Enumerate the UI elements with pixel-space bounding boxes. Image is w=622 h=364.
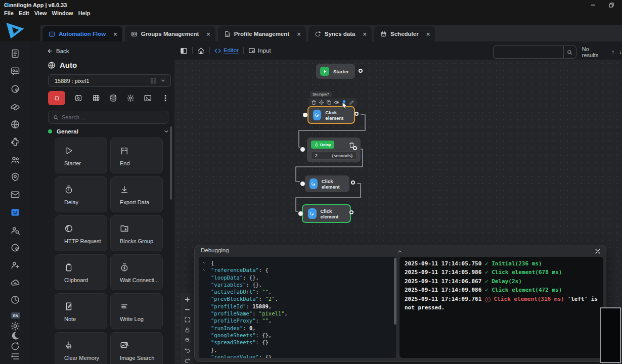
tab-automation-flow[interactable]: Automation Flow× [42,26,122,41]
edit-icon[interactable] [349,100,354,105]
table-button[interactable] [92,94,100,103]
delete-icon[interactable] [311,100,317,105]
output-port[interactable] [353,146,357,150]
settings-button[interactable] [126,94,135,103]
block-search[interactable] [48,111,168,124]
restore-button[interactable] [604,0,619,10]
input-port[interactable] [300,147,305,152]
sidebar-item-sync[interactable] [10,341,20,351]
tab-profile-management[interactable]: Profile Management× [218,26,306,41]
output-port[interactable] [359,69,363,73]
block-search-input[interactable] [62,114,153,120]
fold-chevron-icon[interactable] [202,261,206,265]
palette-block-wait-connecti-[interactable]: Wait Connecti... [110,254,163,290]
profile-select[interactable]: 15889 : pixel1 [48,74,171,87]
close-icon[interactable]: × [297,31,301,37]
lock-button[interactable] [182,325,193,335]
menu-edit[interactable]: Edit [16,10,32,18]
panel-scrollbar[interactable] [170,126,172,200]
sidebar-item-browser-profile[interactable] [10,84,20,94]
palette-block-export-data[interactable]: Export Data [110,176,163,212]
sidebar-item-mail[interactable] [10,190,20,200]
close-icon[interactable]: × [206,31,210,37]
palette-block-blocks-group[interactable]: Blocks Group [110,215,163,251]
output-port[interactable] [354,112,359,116]
sidebar-item-team[interactable] [10,155,20,165]
input-port[interactable] [303,113,307,117]
find-next-button[interactable]: ↓ [619,49,622,56]
back-button[interactable]: Back [47,48,69,54]
sidebar-item-tags[interactable] [10,102,20,112]
duplicate-icon[interactable] [326,100,332,105]
sidebar-item-notes[interactable] [10,49,20,59]
tab-scheduler[interactable]: Scheduler× [374,26,435,41]
zoom-search-button[interactable] [182,335,193,345]
sidebar-toggle-icon[interactable] [180,47,188,55]
palette-block-image-search[interactable]: Image Search [110,332,163,364]
close-icon[interactable]: × [363,31,367,37]
code-scrollbar[interactable] [394,258,396,357]
toggle-icon[interactable] [334,100,339,105]
collapse-chevron-icon[interactable] [397,249,403,254]
terminal-button[interactable] [144,94,152,103]
sidebar-item-menu[interactable] [10,351,20,361]
stop-button[interactable] [48,91,65,105]
sidebar-item-dark-mode[interactable] [10,331,20,341]
input-port[interactable] [298,211,303,216]
palette-block-clear-memory[interactable]: Clear Memory [55,332,107,364]
sidebar-item-messages[interactable] [10,66,20,76]
palette-block-http-request[interactable]: HTTP Request [55,215,107,251]
node-delay[interactable]: Delay 2 (seconds) [307,138,361,162]
node-starter[interactable]: Starter [316,64,355,79]
sidebar-item-cloud[interactable] [10,278,20,288]
palette-block-starter[interactable]: Starter [55,138,107,173]
minimize-button[interactable] [586,0,601,10]
close-icon[interactable] [594,247,602,255]
palette-block-end[interactable]: End [110,138,163,173]
input-view-link[interactable]: Input [248,47,271,54]
sidebar-item-proxy-globe[interactable] [10,119,20,129]
palette-block-clipboard[interactable]: Clipboard [55,254,107,290]
zoom-out-button[interactable] [182,304,193,314]
output-port[interactable] [351,180,355,185]
sidebar-item-profile-check[interactable] [10,172,20,182]
node-click-2[interactable]: Click element [305,175,349,192]
redo-button[interactable] [182,355,193,364]
database-button[interactable] [109,94,117,103]
close-icon[interactable]: × [113,31,117,37]
sidebar-item-automation[interactable] [10,207,20,217]
find-search-button[interactable] [564,46,576,59]
zoom-in-button[interactable] [182,294,193,304]
tab-groups-management[interactable]: Groups Management× [125,26,215,41]
find-prev-button[interactable]: ↑ [611,49,614,56]
find-input[interactable] [493,46,564,59]
language-badge[interactable]: EN [11,312,20,318]
undo-button[interactable] [182,345,193,355]
output-port[interactable] [349,210,353,214]
menu-file[interactable]: File [2,10,16,18]
editor-view-link[interactable]: Editor [214,47,239,54]
menu-view[interactable]: View [32,10,50,18]
home-button[interactable] [197,47,205,55]
sidebar-item-history[interactable] [10,295,20,305]
menu-window[interactable]: Window [50,10,76,18]
close-icon[interactable]: × [426,31,430,37]
debug-log[interactable]: 2025-09-11 17:14:05.750 ✓ Initial(236 ms… [399,257,603,358]
node-click-3[interactable]: Click element [302,204,351,223]
sidebar-item-user-search[interactable] [10,225,20,235]
palette-block-write-log[interactable]: Write Log [110,293,163,329]
menu-help[interactable]: Help [76,10,93,18]
palette-block-note[interactable]: Note [55,293,107,329]
canvas-minimap[interactable] [600,307,621,363]
debug-json-viewer[interactable]: { "referenceData": { "loopData": {}, "va… [199,257,396,358]
sidebar-item-user-add[interactable] [10,260,20,270]
fold-chevron-icon[interactable] [202,268,206,272]
delay-seconds-field[interactable]: 2 (seconds) [311,151,357,160]
fit-view-button[interactable] [182,314,193,325]
sidebar-item-extensions[interactable] [10,137,20,147]
sidebar-item-profile-key[interactable] [10,243,20,253]
more-button[interactable] [161,94,169,103]
input-port[interactable] [300,181,305,186]
record-button[interactable] [74,94,82,103]
settings-icon[interactable] [319,100,324,105]
